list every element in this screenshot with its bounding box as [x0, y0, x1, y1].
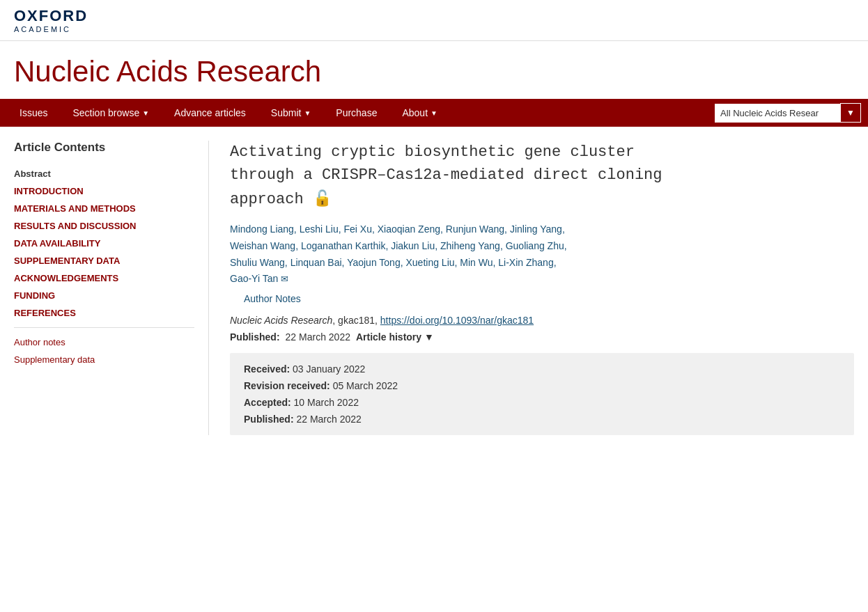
sidebar-item-supplementary-data[interactable]: Supplementary data [14, 351, 194, 368]
received-label: Received: [244, 363, 290, 375]
author-leshi-liu[interactable]: Leshi Liu [300, 223, 339, 235]
published-line: Published: 22 March 2022 Article history… [230, 331, 854, 343]
nav-purchase[interactable]: Purchase [323, 99, 389, 127]
sidebar-divider [14, 327, 194, 328]
author-xiaoqian-zeng[interactable]: Xiaoqian Zeng [378, 223, 440, 235]
history-published: Published: 22 March 2022 [244, 414, 840, 425]
author-notes-section: Author Notes [230, 293, 854, 315]
published-label: Published: [230, 331, 280, 343]
nav-search: ▼ [715, 103, 861, 123]
nav-about[interactable]: About ▼ [389, 99, 450, 127]
author-jinling-yang[interactable]: Jinling Yang [510, 223, 562, 235]
journal-title-bar: Nucleic Acids Research [0, 41, 868, 99]
sidebar-item-funding[interactable]: FUNDING [14, 287, 194, 304]
search-dropdown-button[interactable]: ▼ [840, 103, 861, 123]
sidebar-item-abstract[interactable]: Abstract [14, 165, 194, 182]
author-yaojun-tong[interactable]: Yaojun Tong [347, 257, 401, 268]
author-shuliu-wang[interactable]: Shuliu Wang [230, 257, 285, 268]
author-linquan-bai[interactable]: Linquan Bai [290, 257, 342, 268]
article-area: Activating cryptic biosynthetic gene clu… [209, 141, 854, 435]
author-notes-link[interactable]: Author Notes [244, 293, 301, 304]
author-guoliang-zhu[interactable]: Guoliang Zhu [506, 240, 564, 251]
nav-section-browse[interactable]: Section browse ▼ [60, 99, 162, 127]
history-received: Received: 03 January 2022 [244, 363, 840, 375]
sidebar-item-acknowledgements[interactable]: ACKNOWLEDGEMENTS [14, 269, 194, 287]
accepted-date: 10 March 2022 [294, 397, 359, 408]
history-revision: Revision received: 05 March 2022 [244, 380, 840, 391]
page-header: OXFORD ACADEMIC [0, 0, 868, 41]
received-date: 03 January 2022 [293, 363, 365, 375]
sidebar-title: Article Contents [14, 141, 194, 155]
doi-link[interactable]: https://doi.org/10.1093/nar/gkac181 [380, 315, 534, 326]
sidebar-item-introduction[interactable]: INTRODUCTION [14, 182, 194, 200]
sidebar-item-supplementary[interactable]: SUPPLEMENTARY DATA [14, 252, 194, 269]
author-weishan-wang[interactable]: Weishan Wang [230, 240, 295, 251]
section-browse-dropdown-icon: ▼ [142, 109, 149, 117]
sidebar-item-materials[interactable]: MATERIALS AND METHODS [14, 200, 194, 217]
citation-journal: Nucleic Acids Research [230, 315, 332, 326]
citation-separator: , [332, 315, 338, 326]
oxford-logo: OXFORD ACADEMIC [14, 7, 88, 33]
revision-label: Revision received: [244, 380, 330, 391]
author-runjun-wang[interactable]: Runjun Wang [446, 223, 504, 235]
oxford-text: OXFORD [14, 7, 88, 25]
citation-comma: , [375, 315, 380, 326]
revision-date: 05 March 2022 [333, 380, 398, 391]
accepted-label: Accepted: [244, 397, 291, 408]
history-box: Received: 03 January 2022 Revision recei… [230, 353, 854, 435]
history-accepted: Accepted: 10 March 2022 [244, 397, 840, 408]
citation: Nucleic Acids Research, gkac181, https:/… [230, 315, 854, 326]
article-history-label: Article history [356, 331, 421, 343]
author-zhiheng-yang[interactable]: Zhiheng Yang [440, 240, 500, 251]
sidebar-item-author-notes[interactable]: Author notes [14, 334, 194, 351]
navbar: Issues Section browse ▼ Advance articles… [0, 99, 868, 127]
article-history-dropdown-icon: ▼ [424, 331, 434, 343]
nav-submit[interactable]: Submit ▼ [258, 99, 323, 127]
author-min-wu[interactable]: Min Wu [460, 257, 493, 268]
author-loganathan-karthik[interactable]: Loganathan Karthik [301, 240, 385, 251]
submit-dropdown-icon: ▼ [304, 109, 311, 117]
sidebar-item-data-availability[interactable]: DATA AVAILABILITY [14, 235, 194, 252]
author-jiakun-liu[interactable]: Jiakun Liu [391, 240, 435, 251]
navbar-items: Issues Section browse ▼ Advance articles… [7, 99, 715, 127]
journal-title: Nucleic Acids Research [14, 55, 854, 88]
open-access-icon: 🔓 [313, 189, 332, 207]
about-dropdown-icon: ▼ [431, 109, 437, 117]
nav-issues[interactable]: Issues [7, 99, 60, 127]
article-title: Activating cryptic biosynthetic gene clu… [230, 141, 854, 211]
corresponding-author-icon: ✉ [281, 274, 288, 284]
author-mindong-liang[interactable]: Mindong Liang [230, 223, 294, 235]
author-fei-xu[interactable]: Fei Xu [343, 223, 371, 235]
search-input[interactable] [715, 104, 840, 123]
sidebar: Article Contents Abstract INTRODUCTION M… [14, 141, 209, 435]
sidebar-item-results[interactable]: RESULTS AND DISCUSSION [14, 217, 194, 235]
history-published-date: 22 March 2022 [296, 414, 361, 425]
author-xueting-liu[interactable]: Xueting Liu [405, 257, 454, 268]
article-history-btn[interactable]: Article history ▼ [356, 331, 434, 343]
published-date: 22 March 2022 [286, 331, 350, 343]
academic-text: ACADEMIC [14, 25, 71, 33]
author-gaoyi-tan[interactable]: Gao-Yi Tan [230, 273, 278, 284]
author-lixin-zhang[interactable]: Li-Xin Zhang [498, 257, 553, 268]
citation-id: gkac181 [338, 315, 375, 326]
history-published-label: Published: [244, 414, 294, 425]
nav-advance-articles[interactable]: Advance articles [162, 99, 258, 127]
sidebar-item-references[interactable]: REFERENCES [14, 304, 194, 322]
article-title-text: Activating cryptic biosynthetic gene clu… [230, 143, 662, 208]
authors-list: Mindong Liang, Leshi Liu, Fei Xu, Xiaoqi… [230, 221, 854, 288]
main-content: Article Contents Abstract INTRODUCTION M… [0, 127, 868, 449]
